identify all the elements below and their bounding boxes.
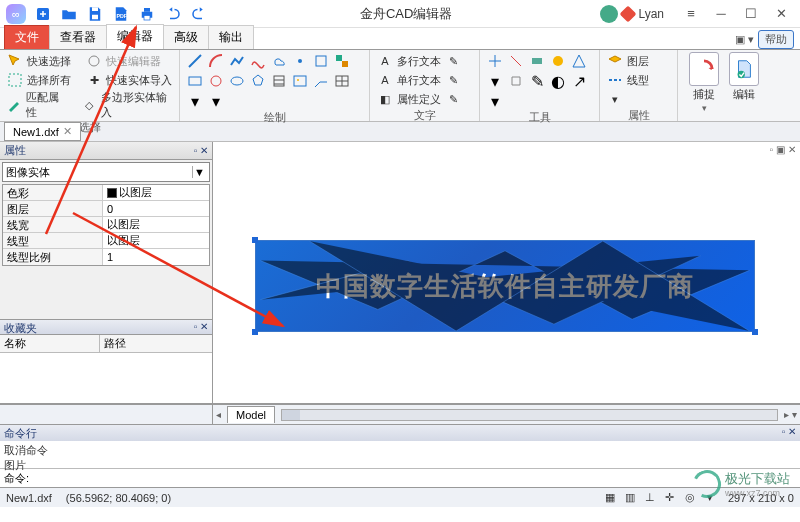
selected-image-entity[interactable]: 中国数字生活软件自主研发厂商 [255, 240, 755, 332]
draw-ext1[interactable]: ▾ [186, 92, 204, 110]
close-button[interactable]: ✕ [768, 6, 794, 21]
banner-text: 中国数字生活软件自主研发厂商 [316, 269, 694, 304]
draw-arc[interactable] [207, 52, 225, 70]
tool-3[interactable] [528, 52, 546, 70]
dropdown-icon[interactable]: ▼ [192, 166, 206, 178]
snap-icon[interactable]: ▦ [602, 490, 618, 506]
polar-icon[interactable]: ✛ [662, 490, 678, 506]
maximize-button[interactable]: ☐ [738, 6, 764, 21]
tab-viewer[interactable]: 查看器 [49, 25, 107, 49]
tool-7[interactable] [507, 72, 525, 90]
svg-rect-13 [189, 77, 201, 85]
print-button[interactable] [134, 3, 160, 25]
quick-editor[interactable] [85, 52, 103, 70]
prop-layer-label: 图层 [3, 201, 103, 216]
svg-point-21 [553, 56, 563, 66]
draw-circle[interactable] [207, 72, 225, 90]
draw-leader[interactable] [312, 72, 330, 90]
quick-select[interactable]: 快速选择快速编辑器 [6, 52, 161, 70]
fav-pin-icon[interactable]: ▫ ✕ [194, 321, 208, 333]
ribbon: 快速选择快速编辑器 选择所有✚快速实体导入 匹配属性◇多边形实体输入 选择 ▾ … [0, 50, 800, 122]
entity-type-combo[interactable]: 图像实体▼ [2, 162, 210, 182]
help-button[interactable]: 帮助 [758, 30, 794, 49]
tabs-scroll-right[interactable]: ▸ ▾ [784, 409, 797, 420]
pane-icon-3[interactable]: ✕ [788, 144, 796, 155]
tool-6[interactable]: ▾ [486, 72, 504, 90]
undo-button[interactable] [160, 3, 186, 25]
menu-button[interactable]: ≡ [678, 6, 704, 21]
entity-import[interactable]: ✚ [85, 71, 103, 89]
draw-hatch[interactable] [270, 72, 288, 90]
capture-button[interactable]: 捕捉▾ [686, 52, 722, 113]
hscrollbar[interactable] [281, 409, 778, 421]
mtext[interactable]: A多行文本✎ [376, 52, 462, 70]
draw-ellipse[interactable] [228, 72, 246, 90]
prop-layer-value[interactable]: 0 [103, 201, 209, 216]
tool-1[interactable] [486, 52, 504, 70]
fav-col-name[interactable]: 名称 [0, 335, 100, 352]
draw-block1[interactable] [312, 52, 330, 70]
prop-color-value[interactable]: 以图层 [103, 185, 209, 200]
grid-icon[interactable]: ▥ [622, 490, 638, 506]
draw-polygon[interactable] [249, 72, 267, 90]
prop-lw-value[interactable]: 以图层 [103, 217, 209, 232]
draw-table[interactable] [333, 72, 351, 90]
tool-8[interactable]: ✎ [528, 72, 546, 90]
select-all[interactable]: 选择所有✚快速实体导入 [6, 71, 172, 89]
command-input[interactable] [33, 472, 796, 484]
match-props[interactable]: 匹配属性◇多边形实体输入 [6, 90, 173, 120]
close-tab-icon[interactable]: ✕ [63, 125, 72, 138]
pdf-button[interactable]: PDF [108, 3, 134, 25]
draw-line[interactable] [186, 52, 204, 70]
polygon-input[interactable]: ◇ [81, 96, 98, 114]
document-tab[interactable]: New1.dxf✕ [4, 122, 81, 141]
resize-handle[interactable] [752, 329, 758, 335]
layer-ext[interactable]: ▾ [606, 90, 624, 108]
collapse-ribbon-button[interactable]: ▣ ▾ [735, 33, 754, 46]
draw-point[interactable] [291, 52, 309, 70]
ltype-btn[interactable]: 线型 [606, 71, 649, 89]
pane-icon-2[interactable]: ▣ [776, 144, 785, 155]
tab-editor[interactable]: 编辑器 [106, 24, 164, 49]
svg-point-14 [211, 76, 221, 86]
draw-spline[interactable] [249, 52, 267, 70]
edit-button[interactable]: 编辑 [726, 52, 762, 113]
open-button[interactable] [56, 3, 82, 25]
panel-pin-icon[interactable]: ▫ ✕ [194, 145, 208, 156]
fav-col-path[interactable]: 路径 [100, 335, 130, 352]
attdef[interactable]: ◧属性定义✎ [376, 90, 462, 108]
draw-block2[interactable] [333, 52, 351, 70]
draw-polyline[interactable] [228, 52, 246, 70]
pane-icon-1[interactable]: ▫ [769, 144, 773, 155]
draw-rect[interactable] [186, 72, 204, 90]
tab-advanced[interactable]: 高级 [163, 25, 209, 49]
new-button[interactable] [30, 3, 56, 25]
draw-ext2[interactable]: ▾ [207, 92, 225, 110]
tool-9[interactable]: ◐ [549, 72, 567, 90]
avatar-icon[interactable] [600, 5, 618, 23]
status-file: New1.dxf [6, 492, 52, 504]
tab-output[interactable]: 输出 [208, 25, 254, 49]
group-label-tools: 工具 [486, 110, 593, 124]
cmd-pin-icon[interactable]: ▫ ✕ [782, 426, 796, 440]
draw-cloud[interactable] [270, 52, 288, 70]
model-tab[interactable]: Model [227, 406, 275, 423]
draw-image[interactable] [291, 72, 309, 90]
prop-lt-value[interactable]: 以图层 [103, 233, 209, 248]
save-button[interactable] [82, 3, 108, 25]
prop-lts-value[interactable]: 1 [103, 249, 209, 265]
tool-2[interactable] [507, 52, 525, 70]
layer-btn[interactable]: 图层 [606, 52, 649, 70]
tool-10[interactable]: ↗ [570, 72, 588, 90]
tool-4[interactable] [549, 52, 567, 70]
tabs-scroll-left[interactable]: ◂ [216, 409, 221, 420]
minimize-button[interactable]: ─ [708, 6, 734, 21]
tool-5[interactable] [570, 52, 588, 70]
stext[interactable]: A单行文本✎ [376, 71, 462, 89]
redo-button[interactable] [186, 3, 212, 25]
ortho-icon[interactable]: ⊥ [642, 490, 658, 506]
canvas[interactable]: ▫▣✕ 中国数字生活软件自主研发厂商 [213, 142, 800, 403]
tool-11[interactable]: ▾ [486, 92, 504, 110]
color-swatch [107, 188, 117, 198]
tab-file[interactable]: 文件 [4, 25, 50, 49]
